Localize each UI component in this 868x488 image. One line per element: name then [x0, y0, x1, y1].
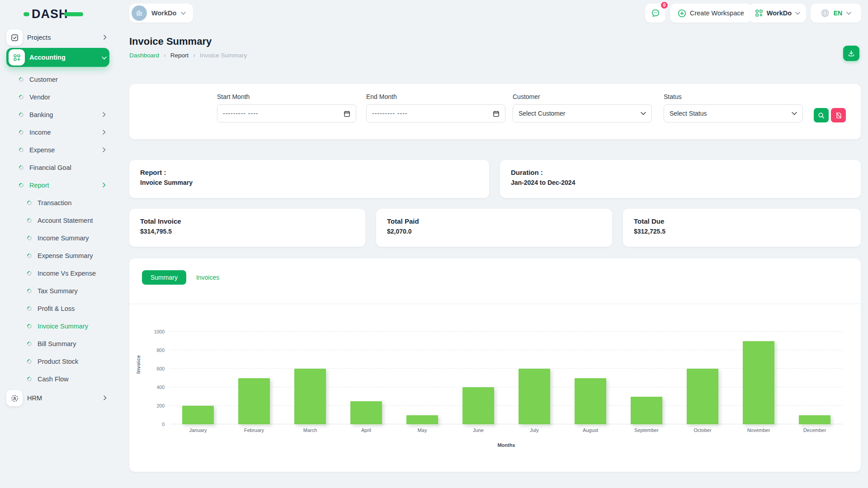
sidebar-item-profit-loss[interactable]: Profit & Loss	[6, 300, 109, 317]
y-tick-label: 800	[156, 347, 165, 353]
total-paid-value: $2,070.0	[387, 228, 601, 235]
chevron-down-icon	[181, 12, 186, 15]
messages-button[interactable]: 0	[645, 4, 665, 23]
chevron-down-icon	[846, 12, 851, 15]
chart-column	[675, 332, 731, 424]
sidebar-item-label: Vendor	[29, 94, 50, 101]
bullet-icon	[26, 358, 33, 364]
download-button[interactable]	[843, 46, 859, 61]
app-switcher[interactable]: WorkDo	[749, 4, 806, 23]
main-content: Invoice Summary Dashboard › Report › Inv…	[129, 26, 861, 488]
checkbox-icon	[6, 29, 23, 46]
chart-column	[170, 332, 226, 424]
reset-filter-button[interactable]	[831, 108, 846, 122]
sidebar-item-label: Income Summary	[38, 235, 89, 242]
sidebar-item-hrm[interactable]: HRM	[6, 389, 109, 407]
customer-select-value: Select Customer	[519, 110, 565, 117]
chevron-down-icon	[792, 112, 797, 115]
breadcrumb-report[interactable]: Report	[170, 52, 189, 59]
total-due-value: $312,725.5	[634, 228, 850, 235]
sidebar-item-transaction[interactable]: Transaction	[6, 194, 109, 211]
sidebar: Projects Accounting Customer Vendor Bank…	[0, 26, 116, 488]
sidebar-item-invoice-summary[interactable]: Invoice Summary	[6, 317, 109, 335]
sidebar-item-account-statement[interactable]: Account Statement	[6, 211, 109, 229]
sidebar-item-projects[interactable]: Projects	[6, 29, 109, 46]
end-month-label: End Month	[366, 93, 505, 100]
sidebar-item-financial-goal[interactable]: Financial Goal	[6, 159, 109, 176]
sidebar-item-vendor[interactable]: Vendor	[6, 88, 109, 106]
total-due-card: Total Due $312,725.5	[623, 209, 861, 247]
end-month-input[interactable]: --------- ----	[366, 104, 505, 122]
chart-column	[618, 332, 675, 424]
chevron-down-icon	[641, 112, 646, 115]
breadcrumb-dashboard[interactable]: Dashboard	[129, 52, 159, 59]
y-axis-title: Invoice	[136, 355, 141, 374]
sidebar-item-label: Expense Summary	[38, 252, 93, 259]
sidebar-item-label: Cash Flow	[38, 375, 69, 383]
messages-badge: 0	[660, 1, 669, 9]
bullet-icon	[26, 252, 33, 258]
total-paid-card: Total Paid $2,070.0	[376, 209, 612, 247]
calendar-icon	[493, 110, 500, 117]
clear-filter-icon	[835, 112, 842, 119]
grid-plus-icon	[755, 9, 763, 17]
sidebar-item-product-stock[interactable]: Product Stock	[6, 352, 109, 370]
logo-text: DASH	[32, 7, 68, 21]
x-tick-label: November	[731, 427, 787, 433]
sidebar-item-label: Accounting	[29, 54, 66, 61]
status-select[interactable]: Select Status	[664, 104, 803, 122]
x-tick-label: December	[787, 427, 843, 433]
app-switcher-label: WorkDo	[767, 9, 792, 17]
chart-column	[394, 332, 450, 424]
sidebar-item-income-vs-expense[interactable]: Income Vs Expense	[6, 264, 109, 282]
status-label: Status	[664, 93, 803, 100]
bullet-icon	[18, 111, 24, 117]
sidebar-item-cash-flow[interactable]: Cash Flow	[6, 370, 109, 388]
sidebar-item-label: Income	[29, 129, 51, 136]
accounting-icon	[9, 49, 25, 66]
bullet-icon	[26, 305, 33, 311]
sidebar-item-accounting[interactable]: Accounting	[6, 48, 109, 67]
start-month-input[interactable]: --------- ----	[217, 104, 356, 122]
sidebar-item-income[interactable]: Income	[6, 123, 109, 141]
chevron-right-icon	[103, 181, 106, 189]
start-month-label: Start Month	[217, 93, 356, 100]
customer-select[interactable]: Select Customer	[513, 104, 652, 122]
calendar-icon	[344, 110, 350, 117]
chart-column	[731, 332, 787, 424]
building-icon	[136, 9, 143, 17]
chart-column	[562, 332, 618, 424]
report-label: Report :	[140, 169, 478, 176]
plus-circle-icon	[678, 9, 686, 18]
sidebar-item-label: Transaction	[38, 199, 71, 206]
bullet-icon	[26, 375, 33, 382]
bar-january	[182, 406, 214, 424]
total-invoice-value: $314,795.5	[140, 228, 354, 235]
y-tick-label: 0	[162, 422, 165, 427]
total-invoice-card: Total Invoice $314,795.5	[129, 209, 365, 247]
sidebar-item-report[interactable]: Report	[6, 176, 109, 194]
sidebar-item-expense-summary[interactable]: Expense Summary	[6, 247, 109, 264]
y-tick-label: 600	[156, 366, 165, 371]
page-title: Invoice Summary	[129, 36, 212, 47]
sidebar-item-income-summary[interactable]: Income Summary	[6, 229, 109, 247]
chart-card: Summary Invoices Invoice 020040060080010…	[129, 258, 861, 472]
chevron-right-icon	[103, 146, 106, 154]
y-tick-label: 200	[156, 403, 165, 408]
apply-filter-button[interactable]	[814, 108, 829, 122]
create-workspace-button[interactable]: Create Workspace	[670, 4, 752, 23]
sidebar-item-expense[interactable]: Expense	[6, 141, 109, 159]
sidebar-item-tax-summary[interactable]: Tax Summary	[6, 282, 109, 300]
sidebar-item-bill-summary[interactable]: Bill Summary	[6, 335, 109, 352]
workspace-switcher[interactable]: WorkDo	[129, 4, 193, 23]
logo[interactable]: DASH	[24, 7, 83, 21]
sidebar-item-banking[interactable]: Banking	[6, 106, 109, 123]
bullet-icon	[18, 146, 24, 153]
sidebar-item-customer[interactable]: Customer	[6, 70, 109, 88]
language-selector[interactable]: EN	[811, 4, 861, 23]
duration-value: Jan-2024 to Dec-2024	[511, 179, 850, 186]
x-tick-label: January	[170, 427, 226, 433]
sidebar-item-label: Invoice Summary	[38, 323, 88, 330]
bar-august	[575, 378, 606, 425]
chart-column	[282, 332, 338, 424]
